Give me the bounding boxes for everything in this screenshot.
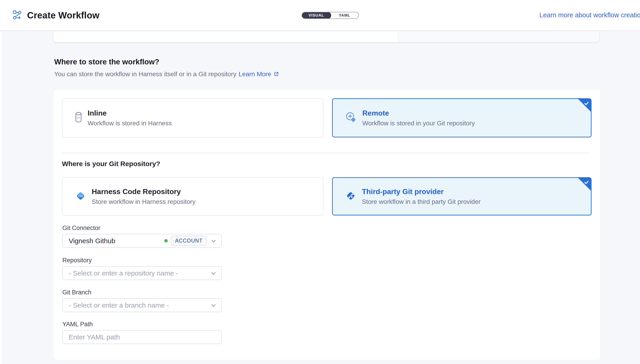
learn-more-inline-link[interactable]: Learn More (239, 70, 271, 78)
content-area: Where to store the workflow? You can sto… (0, 32, 640, 364)
learn-more-link[interactable]: Learn more about workflow creation (539, 12, 640, 19)
svg-text:</>: </> (78, 194, 83, 198)
form-panel: </> Inline Workflow is stored in Harness (54, 90, 600, 360)
scroll-card-remnant (54, 32, 599, 42)
page-title: Create Workflow (27, 10, 100, 20)
toggle-yaml[interactable]: YAML (331, 12, 358, 18)
header: Create Workflow VISUAL YAML Learn more a… (0, 0, 640, 31)
option-card-thirdparty[interactable]: Third-party Git provider Store workflow … (332, 177, 591, 216)
card-subtitle: Workflow is stored in your Git repositor… (362, 120, 475, 127)
workflow-icon (13, 10, 22, 20)
scroll-card-remnant-side (398, 32, 599, 42)
git-branch-label: Git Branch (62, 289, 92, 296)
git-connector-field[interactable]: ACCOUNT (62, 234, 222, 248)
card-title: Third-party Git provider (362, 188, 480, 196)
inline-repo-icon: </> (75, 112, 82, 124)
create-workflow-page: Create Workflow VISUAL YAML Learn more a… (0, 0, 640, 364)
store-heading: Where to store the workflow? (54, 58, 159, 66)
chevron-down-icon[interactable] (210, 270, 217, 278)
repository-placeholder: - Select or enter a repository name - (63, 269, 178, 277)
toggle-visual[interactable]: VISUAL (302, 12, 331, 19)
yaml-path-label: YAML Path (62, 321, 93, 328)
harness-code-icon: </> (75, 190, 86, 202)
option-card-remote[interactable]: Remote Workflow is stored in your Git re… (332, 98, 591, 138)
remote-icon (345, 112, 357, 124)
store-description: You can store the workflow in Harness it… (54, 70, 279, 78)
section-divider (62, 153, 589, 153)
git-provider-icon (345, 190, 356, 202)
store-description-text: You can store the workflow in Harness it… (54, 70, 236, 78)
repo-heading: Where is your Git Repository? (62, 160, 160, 168)
yaml-path-field[interactable] (62, 330, 222, 344)
card-subtitle: Workflow is stored in Harness (88, 120, 172, 127)
external-link-icon (274, 71, 279, 78)
card-title: Remote (362, 109, 475, 118)
git-branch-select[interactable]: - Select or enter a branch name - (62, 298, 222, 312)
git-branch-placeholder: - Select or enter a branch name - (63, 302, 169, 309)
header-title-group: Create Workflow (13, 0, 100, 30)
card-title: Harness Code Repository (92, 188, 196, 196)
yaml-path-input[interactable] (63, 330, 221, 344)
chevron-down-icon[interactable] (210, 302, 217, 310)
chevron-down-icon[interactable] (210, 238, 217, 245)
check-icon (583, 179, 589, 185)
mode-toggle: VISUAL YAML (302, 12, 359, 19)
status-dot (164, 239, 168, 242)
svg-text:</>: </> (77, 116, 80, 119)
repository-select[interactable]: - Select or enter a repository name - (62, 266, 222, 280)
card-title: Inline (88, 109, 172, 118)
card-subtitle: Store workflow in Harness repository (92, 198, 196, 206)
option-card-harness-code[interactable]: </> Harness Code Repository Store workfl… (62, 177, 323, 216)
left-rail (0, 32, 2, 364)
card-subtitle: Store workflow in a third party Git prov… (362, 198, 480, 206)
check-icon (583, 100, 589, 106)
git-connector-label: Git Connector (62, 224, 100, 232)
repository-label: Repository (62, 257, 92, 264)
option-card-inline[interactable]: </> Inline Workflow is stored in Harness (62, 98, 323, 138)
scope-badge: ACCOUNT (171, 236, 207, 246)
